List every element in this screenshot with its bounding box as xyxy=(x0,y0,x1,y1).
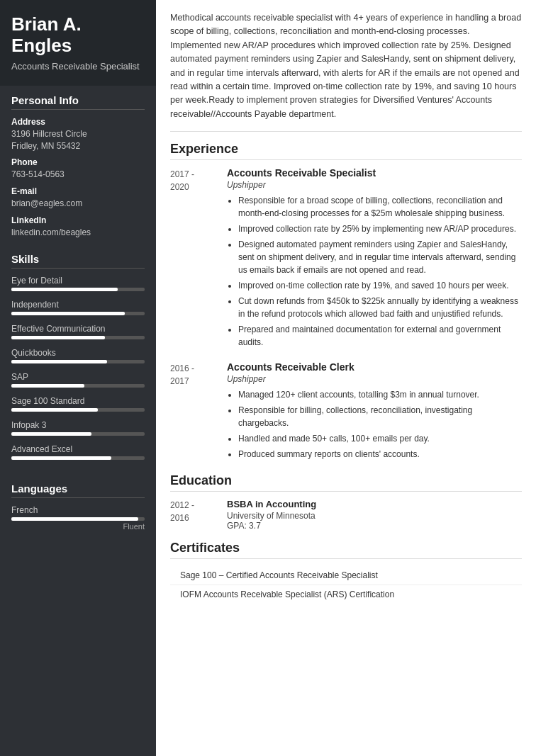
skill-item: SAP xyxy=(11,372,145,388)
experience-list: 2017 -2020 Accounts Receivable Specialis… xyxy=(170,167,522,463)
summary-text: Methodical accounts receivable specialis… xyxy=(170,11,522,132)
sidebar-header: Brian A. Engles Accounts Receivable Spec… xyxy=(0,0,156,86)
linkedin-value: linkedin.com/beagles xyxy=(11,227,145,239)
edu-dates: 2012 -2016 xyxy=(170,499,227,531)
certificate-entry: IOFM Accounts Receivable Specialist (ARS… xyxy=(170,585,522,604)
language-bar-fill xyxy=(11,517,138,521)
edu-school: University of Minnesota xyxy=(227,511,522,521)
skill-name: Independent xyxy=(11,300,145,310)
experience-bullet: Handled and made 50+ calls, 100+ emails … xyxy=(238,432,522,445)
skill-bar-fill xyxy=(11,360,107,363)
languages-list: French Fluent xyxy=(11,505,145,531)
experience-bullet: Improved collection rate by 25% by imple… xyxy=(238,222,522,235)
language-bar-bg xyxy=(11,517,145,521)
experience-bullet: Produced summary reports on clients' acc… xyxy=(238,448,522,461)
skill-item: Infopak 3 xyxy=(11,420,145,436)
address-value: 3196 Hillcrest CircleFridley, MN 55432 xyxy=(11,128,145,152)
education-section: Education 2012 -2016 BSBA in Accounting … xyxy=(170,473,522,531)
education-entry: 2012 -2016 BSBA in Accounting University… xyxy=(170,499,522,531)
skill-bar-bg xyxy=(11,456,145,460)
experience-entry: 2016 -2017 Accounts Receivable Clerk Ups… xyxy=(170,361,522,463)
skill-name: Effective Communication xyxy=(11,324,145,334)
exp-dates: 2016 -2017 xyxy=(170,361,227,463)
skill-name: Quickbooks xyxy=(11,348,145,358)
skill-bar-bg xyxy=(11,312,145,315)
language-item: French Fluent xyxy=(11,505,145,531)
exp-company: Upshipper xyxy=(227,180,522,190)
experience-bullet: Responsible for a broad scope of billing… xyxy=(238,194,522,220)
address-label: Address xyxy=(11,117,145,127)
experience-entry: 2017 -2020 Accounts Receivable Specialis… xyxy=(170,167,522,351)
language-name: French xyxy=(11,505,145,515)
skill-item: Quickbooks xyxy=(11,348,145,363)
edu-details: BSBA in Accounting University of Minneso… xyxy=(227,499,522,531)
email-label: E-mail xyxy=(11,186,145,196)
skill-name: SAP xyxy=(11,372,145,382)
sidebar: Brian A. Engles Accounts Receivable Spec… xyxy=(0,0,156,756)
skill-name: Eye for Detail xyxy=(11,276,145,286)
candidate-title: Accounts Receivable Specialist xyxy=(11,61,145,72)
skill-bar-bg xyxy=(11,288,145,291)
personal-info-section: Personal Info Address 3196 Hillcrest Cir… xyxy=(0,86,156,244)
skill-bar-bg xyxy=(11,432,145,436)
personal-info-title: Personal Info xyxy=(11,94,145,110)
linkedin-label: LinkedIn xyxy=(11,215,145,225)
skill-name: Advanced Excel xyxy=(11,444,145,454)
skill-bar-bg xyxy=(11,360,145,363)
skill-item: Advanced Excel xyxy=(11,444,145,460)
certificates-section: Certificates Sage 100 – Certified Accoun… xyxy=(170,541,522,604)
skill-name: Sage 100 Standard xyxy=(11,396,145,406)
phone-label: Phone xyxy=(11,157,145,167)
skill-item: Independent xyxy=(11,300,145,315)
languages-section: Languages French Fluent xyxy=(0,474,156,541)
phone-value: 763-514-0563 xyxy=(11,169,145,181)
skill-bar-fill xyxy=(11,432,91,436)
skill-bar-bg xyxy=(11,336,145,339)
edu-degree: BSBA in Accounting xyxy=(227,499,522,509)
edu-gpa: GPA: 3.7 xyxy=(227,521,522,531)
exp-bullets: Managed 120+ client accounts, totalling … xyxy=(227,388,522,461)
skill-item: Eye for Detail xyxy=(11,276,145,291)
certificates-list: Sage 100 – Certified Accounts Receivable… xyxy=(170,566,522,604)
exp-bullets: Responsible for a broad scope of billing… xyxy=(227,194,522,349)
experience-bullet: Managed 120+ client accounts, totalling … xyxy=(238,388,522,401)
skills-list: Eye for Detail Independent Effective Com… xyxy=(11,276,145,460)
exp-dates: 2017 -2020 xyxy=(170,167,227,351)
skill-bar-bg xyxy=(11,384,145,388)
skill-item: Effective Communication xyxy=(11,324,145,339)
exp-details: Accounts Receivable Clerk Upshipper Mana… xyxy=(227,361,522,463)
skill-bar-fill xyxy=(11,336,105,339)
main-content: Methodical accounts receivable specialis… xyxy=(156,0,536,756)
experience-bullet: Prepared and maintained documentation fo… xyxy=(238,323,522,349)
languages-title: Languages xyxy=(11,483,145,498)
skill-bar-bg xyxy=(11,408,145,412)
skill-bar-fill xyxy=(11,288,118,291)
experience-bullet: Responsible for billing, collections, re… xyxy=(238,404,522,429)
certificates-title: Certificates xyxy=(170,541,522,559)
education-title: Education xyxy=(170,473,522,492)
skill-bar-fill xyxy=(11,408,98,412)
experience-bullet: Cut down refunds from $450k to $225k ann… xyxy=(238,295,522,320)
exp-details: Accounts Receivable Specialist Upshipper… xyxy=(227,167,522,351)
email-value: brian@eagles.com xyxy=(11,198,145,210)
skill-bar-fill xyxy=(11,456,111,460)
experience-bullet: Designed automated payment reminders usi… xyxy=(238,238,522,276)
skills-title: Skills xyxy=(11,253,145,269)
exp-company: Upshipper xyxy=(227,374,522,384)
experience-section: Experience 2017 -2020 Accounts Receivabl… xyxy=(170,142,522,463)
exp-job-title: Accounts Receivable Specialist xyxy=(227,167,522,179)
skills-section: Skills Eye for Detail Independent Effect… xyxy=(0,244,156,474)
skill-bar-fill xyxy=(11,384,84,388)
skill-bar-fill xyxy=(11,312,125,315)
skill-item: Sage 100 Standard xyxy=(11,396,145,412)
candidate-name: Brian A. Engles xyxy=(11,14,145,57)
language-level: Fluent xyxy=(11,522,145,531)
exp-job-title: Accounts Receivable Clerk xyxy=(227,361,522,373)
experience-title: Experience xyxy=(170,142,522,160)
certificate-entry: Sage 100 – Certified Accounts Receivable… xyxy=(170,566,522,585)
skill-name: Infopak 3 xyxy=(11,420,145,430)
experience-bullet: Improved on-time collection rate by 19%,… xyxy=(238,279,522,292)
education-list: 2012 -2016 BSBA in Accounting University… xyxy=(170,499,522,531)
